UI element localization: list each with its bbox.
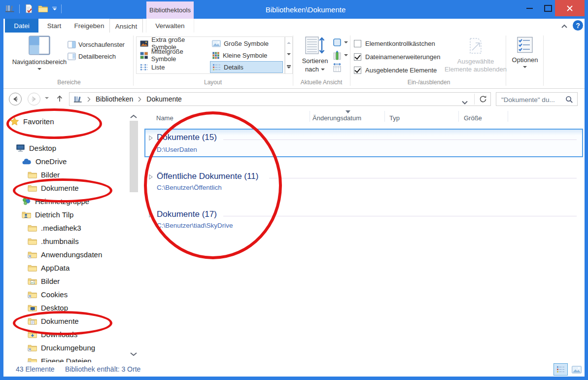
layout-list[interactable]: Liste	[138, 61, 209, 73]
group-title[interactable]: Dokumente (17)	[157, 209, 217, 219]
thumbnail-view-toggle[interactable]	[569, 363, 584, 376]
add-columns-button[interactable]	[333, 50, 348, 61]
group-path[interactable]: C:\Benutzer\Öffentlich	[157, 184, 222, 191]
tab-freigeben[interactable]: Freigeben	[70, 19, 108, 33]
group-by-button[interactable]	[333, 37, 348, 48]
checkbox-icon[interactable]	[354, 53, 361, 61]
tab-ansicht[interactable]: Ansicht	[109, 19, 143, 33]
details-view-toggle[interactable]	[553, 363, 568, 376]
breadcrumb-arrow-icon	[138, 97, 141, 102]
column-header-name[interactable]: Name	[156, 114, 173, 122]
sidebar-item-cookies[interactable]: Cookies	[28, 288, 68, 301]
refresh-button[interactable]	[479, 95, 487, 105]
sidebar-item-dokumente[interactable]: Dokumente	[28, 314, 79, 328]
sidebar-item-onedrive[interactable]: OneDrive	[22, 155, 67, 168]
sidebar-item-dokumente-onedrive[interactable]: Dokumente	[28, 181, 79, 195]
preview-pane-icon	[68, 41, 76, 48]
minimize-button[interactable]	[520, 0, 538, 16]
sidebar-item-favoriten[interactable]: Favoriten	[10, 115, 54, 128]
gallery-scroll-up[interactable]	[287, 42, 291, 44]
sidebar-item-appdata[interactable]: AppData	[28, 261, 69, 275]
sidebar-item-druckumgebung[interactable]: Druckumgebung	[28, 341, 95, 354]
new-folder-icon[interactable]	[38, 4, 48, 13]
item-checkboxes-option[interactable]: Elementkontrollkästchen	[354, 39, 435, 47]
pictures-folder-icon	[28, 277, 37, 285]
sidebar-item-thumbnails[interactable]: .thumbnails	[28, 235, 79, 248]
homegroup-icon	[22, 197, 31, 206]
chevron-down-icon	[344, 54, 348, 56]
folder-shortcut-icon	[28, 344, 37, 351]
search-input[interactable]	[500, 94, 564, 105]
layout-small-icons[interactable]: Kleine Symbole	[210, 49, 283, 61]
navigation-pane-button[interactable]: Navigationsbereich	[10, 35, 69, 70]
expand-arrow-icon[interactable]	[148, 212, 153, 218]
qat-customize-button[interactable]	[52, 7, 57, 11]
tab-start[interactable]: Start	[40, 19, 68, 33]
sidebar-item-desktop[interactable]: Desktop	[16, 141, 56, 155]
group-path[interactable]: C:\Benutzer\tiad\SkyDrive	[157, 222, 233, 229]
back-button[interactable]	[9, 93, 22, 105]
group-title[interactable]: Dokumente (15)	[157, 133, 217, 142]
filename-extensions-option[interactable]: Dateinamenerweiterungen	[354, 53, 440, 61]
breadcrumb-bibliotheken[interactable]: Bibliotheken	[96, 95, 133, 103]
layout-large-icons[interactable]: Große Symbole	[210, 37, 283, 49]
sidebar-item-mediathek3[interactable]: .mediathek3	[28, 221, 81, 235]
app-icon[interactable]	[5, 4, 15, 13]
add-columns-icon	[333, 50, 342, 60]
hidden-items-option[interactable]: Ausgeblendete Elemente	[354, 66, 437, 74]
chevron-down-icon	[344, 41, 348, 43]
breadcrumb-dokumente[interactable]: Dokumente	[146, 95, 182, 103]
checkbox-icon[interactable]	[354, 67, 361, 74]
up-button[interactable]	[56, 95, 64, 104]
checkbox-icon[interactable]	[354, 40, 361, 47]
column-header-aenderungsdatum[interactable]: Änderungsdatum	[312, 114, 361, 122]
address-dropdown-button[interactable]	[462, 98, 468, 106]
qat-separator	[19, 4, 20, 13]
size-columns-button[interactable]	[333, 62, 342, 73]
chevron-down-icon	[523, 66, 527, 68]
sidebar-item-bilder[interactable]: Bilder	[28, 275, 60, 288]
gallery-scroll-down[interactable]	[287, 53, 291, 55]
size-columns-icon	[333, 63, 342, 72]
sidebar-item-desktop-folder[interactable]: Desktop	[28, 301, 68, 314]
group-path[interactable]: D:\UserDaten	[157, 146, 197, 153]
preview-pane-button[interactable]: Vorschaufenster	[68, 39, 125, 50]
sidebar-item-heimnetzgruppe[interactable]: Heimnetzgruppe	[22, 195, 89, 208]
chevron-up-icon	[129, 114, 138, 119]
layout-details[interactable]: Details	[210, 61, 283, 73]
collapse-ribbon-button[interactable]	[561, 22, 570, 30]
tree-scroll-down[interactable]	[129, 350, 138, 359]
sidebar-item-downloads[interactable]: Downloads	[28, 328, 77, 341]
details-pane-button[interactable]: Detailbereich	[68, 51, 116, 62]
group-title[interactable]: Öffentliche Dokumente (11)	[157, 172, 258, 181]
close-button[interactable]	[555, 0, 585, 16]
search-icon[interactable]	[565, 96, 573, 104]
tab-datei[interactable]: Datei	[5, 19, 38, 33]
expand-arrow-icon[interactable]	[148, 135, 153, 141]
sidebar-item-dietrich-tilp[interactable]: Dietrich Tilp	[22, 208, 73, 221]
up-icon	[56, 95, 64, 103]
tree-scrollbar-thumb[interactable]	[130, 121, 138, 192]
gallery-more-button[interactable]	[287, 65, 291, 69]
help-button[interactable]: ?	[573, 20, 583, 31]
tree-scroll-up[interactable]	[129, 112, 138, 121]
search-box[interactable]	[496, 92, 578, 106]
column-header-typ[interactable]: Typ	[389, 114, 400, 122]
options-button[interactable]: Optionen	[508, 36, 542, 68]
folder-icon	[28, 238, 37, 245]
sidebar-item-bilder-onedrive[interactable]: Bilder	[28, 168, 60, 181]
navigation-pane-icon	[28, 35, 51, 55]
sort-by-button[interactable]: Sortieren nach	[297, 36, 333, 73]
folder-icon	[28, 224, 37, 232]
folder-icon	[28, 171, 37, 178]
column-header-groesse[interactable]: Größe	[464, 114, 482, 122]
layout-medium-icons[interactable]: Mittelgroße Symbole	[138, 49, 209, 61]
recent-locations-button[interactable]	[45, 97, 49, 99]
maximize-button[interactable]	[539, 0, 557, 16]
address-breadcrumb[interactable]: Bibliotheken Dokumente	[69, 92, 491, 106]
sidebar-item-anwendungsdaten[interactable]: Anwendungsdaten	[28, 248, 102, 261]
properties-icon[interactable]	[24, 4, 34, 13]
tab-verwalten[interactable]: Verwalten	[146, 19, 194, 33]
expand-arrow-icon[interactable]	[148, 174, 153, 180]
forward-button[interactable]	[28, 93, 40, 105]
